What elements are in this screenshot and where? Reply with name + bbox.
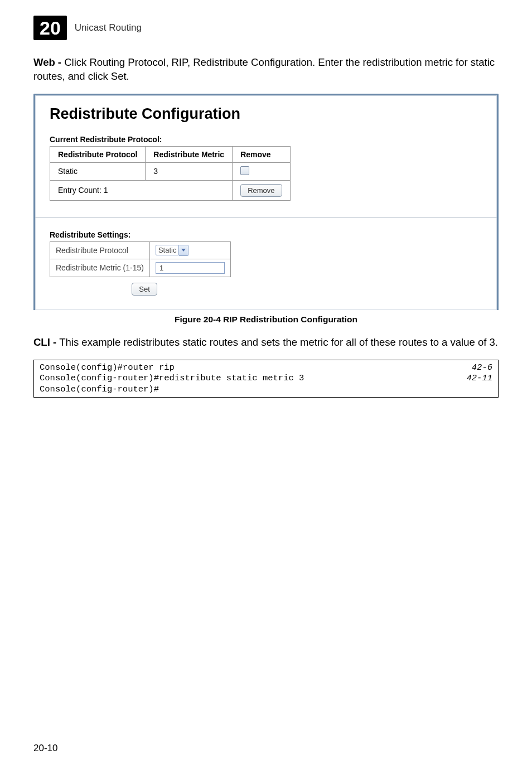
col-metric: Redistribute Metric — [146, 146, 233, 162]
col-remove: Remove — [233, 146, 290, 162]
table-header-row: Redistribute Protocol Redistribute Metri… — [50, 146, 291, 162]
chapter-number-badge: 20 — [33, 16, 67, 40]
entry-count-label: Entry Count: 1 — [50, 180, 233, 200]
entry-count-row: Entry Count: 1 Remove — [50, 180, 291, 200]
figure-caption: Figure 20-4 RIP Redistribution Configura… — [33, 315, 499, 325]
cli-text: This example redistributes static routes… — [59, 336, 498, 348]
table-row: Static 3 — [50, 162, 291, 180]
page-number: 20-10 — [33, 743, 57, 754]
cli-cmd: Console(config)#router rip — [40, 362, 175, 373]
redistribute-config-panel: Redistribute Configuration Current Redis… — [33, 94, 499, 310]
panel-divider — [35, 217, 497, 218]
remove-checkbox[interactable] — [240, 166, 249, 175]
cli-ref: 42-11 — [466, 373, 492, 384]
cell-protocol: Static — [50, 162, 146, 180]
settings-value-metric-cell — [149, 259, 230, 277]
cli-line: Console(config)#router rip42-6 — [40, 362, 492, 373]
metric-input[interactable] — [156, 262, 225, 274]
settings-value-protocol-cell: Static — [149, 241, 230, 259]
current-protocol-heading: Current Redistribute Protocol: — [50, 135, 482, 144]
cli-lead: CLI - — [33, 336, 59, 348]
cli-code-block: Console(config)#router rip42-6Console(co… — [33, 360, 499, 398]
protocol-select-value: Static — [158, 246, 177, 254]
current-protocol-table: Redistribute Protocol Redistribute Metri… — [50, 146, 291, 201]
cli-ref: 42-6 — [472, 362, 492, 373]
remove-button[interactable]: Remove — [240, 184, 282, 197]
page-header: 20 Unicast Routing — [33, 16, 499, 40]
settings-label-protocol: Redistribute Protocol — [50, 241, 150, 259]
cli-line: Console(config-router)#redistribute stat… — [40, 373, 492, 384]
protocol-select[interactable]: Static — [156, 245, 189, 256]
col-protocol: Redistribute Protocol — [50, 146, 146, 162]
cli-cmd: Console(config-router)#redistribute stat… — [40, 373, 304, 384]
web-lead: Web - — [33, 56, 64, 68]
cell-metric: 3 — [146, 162, 233, 180]
settings-label-metric: Redistribute Metric (1-15) — [50, 259, 150, 277]
redistribute-settings-table: Redistribute Protocol Static Redistribut… — [50, 241, 231, 277]
settings-row-protocol: Redistribute Protocol Static — [50, 241, 231, 259]
panel-title: Redistribute Configuration — [50, 105, 482, 123]
chevron-down-icon[interactable] — [179, 245, 188, 256]
web-text: Click Routing Protocol, RIP, Redistribut… — [33, 56, 495, 82]
settings-row-metric: Redistribute Metric (1-15) — [50, 259, 231, 277]
remove-button-cell: Remove — [233, 180, 290, 200]
cli-instruction-paragraph: CLI - This example redistributes static … — [33, 336, 499, 350]
cli-line: Console(config-router)# — [40, 384, 492, 395]
web-instruction-paragraph: Web - Click Routing Protocol, RIP, Redis… — [33, 56, 499, 84]
cell-remove — [233, 162, 290, 180]
redistribute-settings-heading: Redistribute Settings: — [50, 230, 482, 239]
cli-cmd: Console(config-router)# — [40, 384, 159, 395]
set-button[interactable]: Set — [132, 283, 157, 296]
chapter-title: Unicast Routing — [75, 22, 142, 33]
